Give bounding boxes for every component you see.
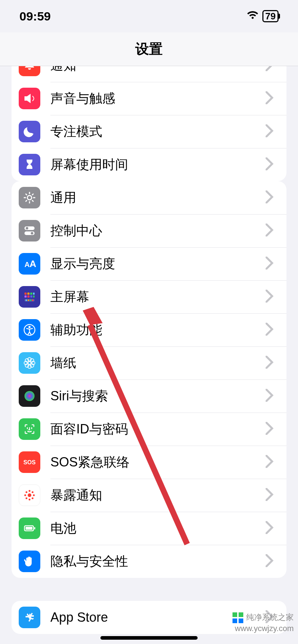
row-exposure[interactable]: 暴露通知 [12,479,286,512]
siri-icon [19,385,40,407]
battery-icon: 79 [262,10,279,23]
wifi-icon [247,9,259,23]
content-scroll[interactable]: 通知 声音与触感 专注模式 屏幕使用时间 通用 控制中心 [0,66,298,644]
row-home-screen[interactable]: 主屏幕 [12,280,286,313]
row-label: 通用 [50,189,266,207]
svg-rect-22 [33,293,35,295]
row-general[interactable]: 通用 [12,181,286,214]
svg-point-53 [32,491,33,493]
watermark: 纯净系统之家 www.ycwjzy.com [232,612,294,633]
svg-line-12 [26,200,27,202]
svg-rect-58 [34,527,35,529]
chevron-right-icon [266,290,280,304]
row-display[interactable]: AA 显示与亮度 [12,247,286,280]
svg-line-9 [26,194,27,195]
chevron-right-icon [266,257,280,271]
row-label: 暴露通知 [50,487,266,504]
settings-group-2: 通用 控制中心 AA 显示与亮度 主屏幕 辅助功能 墙纸 [12,181,286,578]
svg-point-52 [26,491,27,493]
speaker-icon [19,88,40,109]
switches-icon [19,220,40,242]
chevron-right-icon [266,157,280,172]
svg-point-51 [33,494,35,496]
svg-point-55 [32,497,33,499]
svg-rect-62 [232,612,237,617]
svg-rect-31 [32,300,33,301]
svg-text:A: A [24,261,30,268]
watermark-title: 纯净系统之家 [246,612,294,621]
svg-text:SOS: SOS [23,459,36,465]
svg-rect-19 [24,293,27,295]
svg-line-11 [32,194,33,195]
svg-point-33 [28,326,31,328]
row-notifications[interactable]: 通知 [12,66,286,82]
chevron-right-icon [266,422,280,436]
row-wallpaper[interactable]: 墙纸 [12,346,286,380]
svg-rect-21 [30,293,32,295]
row-face-id[interactable]: 面容ID与密码 [12,413,286,446]
svg-rect-63 [239,612,243,617]
row-siri[interactable]: Siri与搜索 [12,380,286,413]
svg-rect-26 [33,295,35,298]
moon-icon [19,121,40,142]
svg-rect-20 [27,293,30,295]
flower-icon [19,352,40,374]
chevron-right-icon [266,521,280,535]
svg-rect-65 [239,618,243,623]
row-privacy[interactable]: 隐私与安全性 [12,545,286,578]
chevron-right-icon [266,488,280,502]
row-label: 屏幕使用时间 [50,156,266,174]
text-size-icon: AA [19,253,40,275]
row-label: 主屏幕 [50,288,266,306]
chevron-right-icon [266,224,280,238]
hand-icon [19,551,40,572]
row-label: 通知 [50,66,266,74]
svg-rect-28 [26,300,27,301]
watermark-logo-icon [232,612,244,624]
row-accessibility[interactable]: 辅助功能 [12,313,286,346]
exposure-icon [19,484,40,506]
row-sounds[interactable]: 声音与触感 [12,82,286,115]
bell-icon [19,66,40,76]
chevron-right-icon [266,124,280,139]
hourglass-icon [19,154,40,175]
chevron-right-icon [266,389,280,403]
row-label: 墙纸 [50,354,266,372]
row-focus[interactable]: 专注模式 [12,115,286,148]
chevron-right-icon [266,554,280,569]
svg-point-54 [26,497,27,499]
row-label: SOS紧急联络 [50,454,266,471]
nav-header: 设置 [0,32,298,66]
app-grid-icon [19,286,40,308]
chevron-right-icon [266,190,280,205]
status-time: 09:59 [19,9,51,23]
page-title: 设置 [135,40,163,58]
svg-point-47 [28,493,31,497]
row-label: 控制中心 [50,222,266,240]
gear-icon [19,187,40,208]
row-label: 面容ID与密码 [50,420,266,438]
svg-point-48 [29,490,31,492]
row-label: 显示与亮度 [50,255,266,273]
row-label: 电池 [50,520,266,537]
home-indicator[interactable] [100,636,198,640]
row-label: 辅助功能 [50,321,266,339]
svg-rect-29 [28,300,29,301]
status-right: 79 [243,9,279,23]
svg-rect-25 [30,295,32,298]
svg-rect-57 [26,527,32,530]
row-screen-time[interactable]: 屏幕使用时间 [12,148,286,181]
chevron-right-icon [266,323,280,337]
row-battery[interactable]: 电池 [12,512,286,545]
svg-rect-64 [232,618,237,623]
status-bar: 09:59 79 [0,0,298,32]
chevron-right-icon [266,66,280,73]
chevron-right-icon [266,91,280,106]
row-control-center[interactable]: 控制中心 [12,214,286,247]
row-sos[interactable]: SOS SOS紧急联络 [12,446,286,479]
svg-point-49 [29,499,31,501]
svg-point-43 [24,391,35,401]
svg-rect-30 [30,300,31,301]
row-label: 专注模式 [50,123,266,141]
sos-icon: SOS [19,451,40,473]
